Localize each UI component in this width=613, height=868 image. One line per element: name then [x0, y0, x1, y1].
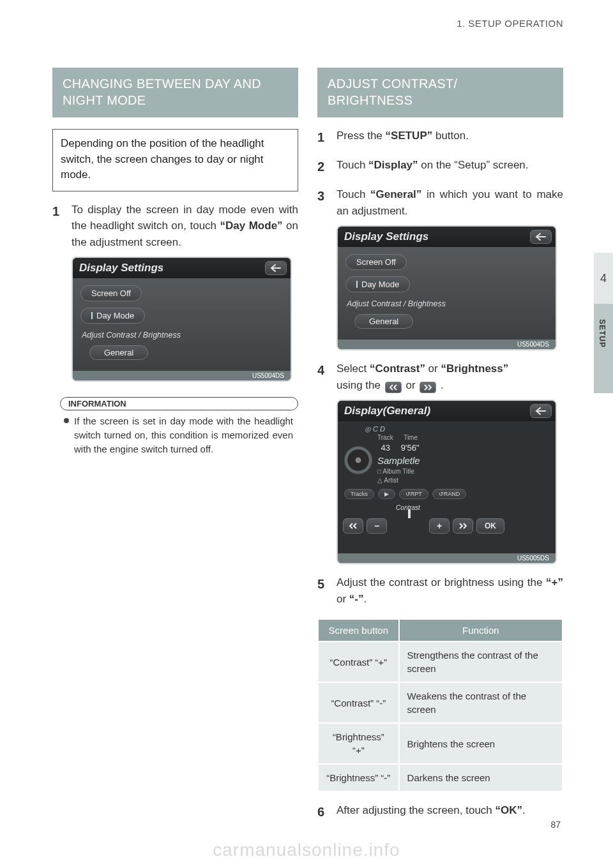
figure-tag: US5005DS [338, 553, 556, 563]
right-arrows-icon [420, 382, 436, 393]
chapter-number: 4 [600, 272, 607, 285]
cell: Darkens the screen [399, 764, 563, 791]
label: Day Mode [96, 311, 134, 320]
tracks-button[interactable]: Tracks [344, 489, 374, 499]
t: Time [404, 434, 418, 441]
screenshot: Display Settings Screen Off Day Mode Adj… [337, 225, 557, 350]
cell: “Brightness” “+” [318, 723, 399, 764]
step-number: 2 [317, 157, 329, 176]
step-number: 6 [317, 802, 329, 821]
minus-button[interactable]: − [367, 518, 387, 534]
step-1: 1 Press the “SETUP” button. [317, 128, 563, 147]
back-icon[interactable] [265, 261, 287, 275]
t: 9'56" [401, 443, 420, 453]
watermark: carmanualsonline.info [0, 840, 613, 860]
cell: “Contrast” “+” [318, 641, 399, 682]
tb: “SETUP” [386, 130, 433, 142]
screenshot-title: Display Settings [79, 262, 163, 274]
adjust-label: Adjust Contrast / Brightness [347, 299, 547, 308]
t: or [405, 379, 418, 391]
table-row: “Contrast” “+”Strengthens the contrast o… [318, 641, 563, 682]
step-text: To display the screen in day mode even w… [72, 202, 298, 251]
t: △ Artist [377, 477, 398, 484]
t: or [425, 363, 441, 375]
t: Adjust the contrast or brightness using … [337, 576, 546, 588]
back-icon[interactable] [530, 404, 552, 418]
tb: “Brightness” [441, 363, 508, 375]
information-bullet: If the screen is set in day mode with th… [64, 414, 293, 456]
t: Sampletle [377, 455, 420, 466]
screenshot: Display Settings Screen Off Day Mode Adj… [72, 257, 292, 382]
step-text: Adjust the contrast or brightness using … [337, 574, 563, 607]
side-tab-bg [594, 304, 613, 393]
general-button[interactable]: General [354, 314, 413, 329]
step-text: Touch “Display” on the “Setup” screen. [337, 157, 563, 176]
section-heading-right: ADJUST CONTRAST/ BRIGHTNESS [317, 68, 563, 117]
side-tab-chapter: 4 [594, 253, 613, 304]
left-column: CHANGING BETWEEN DAY AND NIGHT MODE Depe… [52, 68, 298, 811]
screen-off-button[interactable]: Screen Off [80, 285, 142, 301]
table-row: “Contrast” “-”Weakens the contrast of th… [318, 682, 563, 723]
screenshot-title: Display Settings [344, 230, 428, 243]
rand-button[interactable]: ↺RAND [432, 489, 467, 499]
contrast-gauge: Contrast [390, 504, 426, 547]
th-function: Function [399, 619, 563, 641]
day-mode-button[interactable]: Day Mode [80, 308, 145, 324]
screenshot-header: Display Settings [338, 227, 556, 247]
information-text: If the screen is set in day mode with th… [74, 414, 293, 456]
step-5: 5 Adjust the contrast or brightness usin… [317, 574, 563, 607]
step-number: 3 [317, 186, 329, 219]
left-arrows-icon [385, 382, 402, 393]
t: using the [337, 379, 384, 391]
step-number: 1 [52, 202, 64, 251]
playback-controls: Tracks ▶ ↺RPT ↺RAND [344, 489, 550, 499]
screenshot-body: ◎ C D Track Time 43 9'56" Sampletle □ Al… [338, 421, 556, 553]
rpt-button[interactable]: ↺RPT [399, 489, 428, 499]
side-tab-label: SETUP [598, 319, 607, 348]
screenshot-header: Display Settings [73, 258, 291, 278]
screenshot: Display(General) ◎ C D Track Time 43 9'5… [337, 400, 557, 564]
figure-tag: US5004DS [338, 340, 556, 349]
figure-display-general: Display(General) ◎ C D Track Time 43 9'5… [337, 400, 563, 564]
t: . [364, 593, 367, 605]
contrast-controls: − Contrast + OK [343, 504, 550, 547]
bullet-dot-icon [64, 418, 69, 423]
manual-page: 1. SETUP OPERATION 4 SETUP CHANGING BETW… [0, 0, 613, 868]
prev-double-button[interactable] [343, 518, 363, 534]
tb: “+” [546, 576, 563, 588]
day-mode-button[interactable]: Day Mode [345, 276, 410, 292]
th-button: Screen button [318, 619, 399, 641]
content-columns: CHANGING BETWEEN DAY AND NIGHT MODE Depe… [52, 68, 563, 811]
screenshot-title: Display(General) [344, 405, 430, 417]
tb: “General” [370, 188, 421, 200]
t: Touch [337, 188, 370, 200]
general-button[interactable]: General [89, 345, 148, 360]
right-column: ADJUST CONTRAST/ BRIGHTNESS 1 Press the … [317, 68, 563, 811]
t: . [441, 379, 444, 391]
function-table: Screen button Function “Contrast” “+”Str… [317, 618, 563, 792]
page-number: 87 [550, 819, 561, 830]
information-badge: INFORMATION [60, 397, 298, 410]
table-row: “Brightness” “-”Darkens the screen [318, 764, 563, 791]
step-number: 5 [317, 574, 329, 607]
tb: “Contrast” [370, 363, 425, 375]
screen-off-button[interactable]: Screen Off [345, 254, 407, 270]
back-icon[interactable] [530, 230, 552, 244]
step-3: 3 Touch “General” in which you want to m… [317, 186, 563, 219]
t: on the “Setup” screen. [418, 159, 529, 171]
cell: “Contrast” “-” [318, 682, 399, 723]
t: button. [432, 130, 469, 142]
figure-display-settings: Display Settings Screen Off Day Mode Adj… [72, 257, 298, 382]
next-double-button[interactable] [453, 518, 473, 534]
t: Track [377, 434, 393, 441]
ok-button[interactable]: OK [476, 518, 504, 534]
cell: Brightens the screen [399, 723, 563, 764]
text-bold: “Day Mode” [220, 220, 283, 232]
screenshot-header: Display(General) [338, 401, 556, 421]
play-button[interactable]: ▶ [378, 489, 395, 499]
cell: Strengthens the contrast of the screen [399, 641, 563, 682]
plus-button[interactable]: + [429, 518, 450, 534]
table-row: “Brightness” “+”Brightens the screen [318, 723, 563, 764]
step-2: 2 Touch “Display” on the “Setup” screen. [317, 157, 563, 176]
disc-icon [344, 446, 372, 474]
